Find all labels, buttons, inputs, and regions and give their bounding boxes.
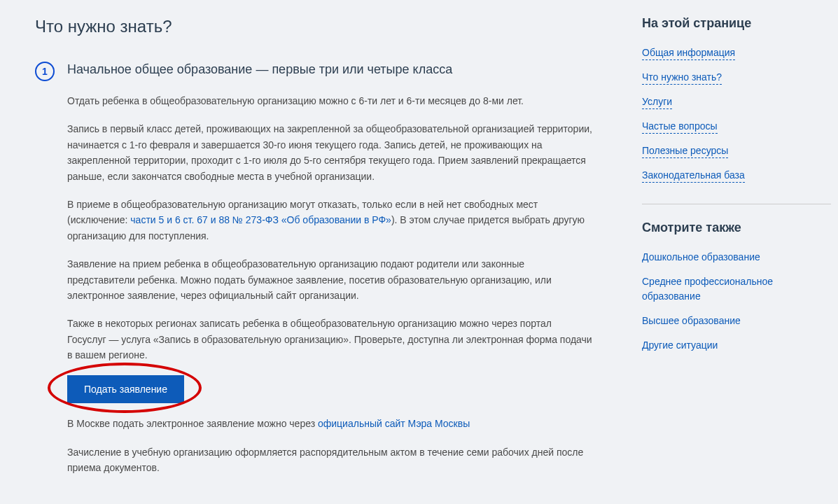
text: В Москве подать электронное заявление мо… (67, 418, 318, 429)
paragraph: Запись в первый класс детей, проживающих… (67, 121, 593, 184)
main-content: Что нужно знать? 1 Начальное общее образ… (0, 14, 628, 503)
paragraph: Зачисление в учебную организацию оформля… (67, 444, 593, 476)
see-also-professional[interactable]: Среднее профессиональное образование (642, 276, 773, 302)
paragraph: Отдать ребенка в общеобразовательную орг… (67, 93, 593, 108)
on-this-page-section: На этой странице Общая информация Что ну… (642, 14, 831, 183)
on-this-page-title: На этой странице (642, 14, 831, 33)
anchor-link-services[interactable]: Услуги (642, 96, 672, 109)
see-also-list: Дошкольное образование Среднее профессио… (642, 250, 831, 353)
anchor-link-resources[interactable]: Полезные ресурсы (642, 145, 728, 158)
see-also-other[interactable]: Другие ситуации (642, 340, 718, 351)
sidebar: На этой странице Общая информация Что ну… (628, 14, 838, 503)
section-content: Начальное общее образование — первые три… (67, 60, 593, 489)
paragraph: В приеме в общеобразовательную организац… (67, 197, 593, 244)
see-also-preschool[interactable]: Дошкольное образование (642, 251, 760, 262)
see-also-higher[interactable]: Высшее образование (642, 315, 741, 326)
paragraph: В Москве подать электронное заявление мо… (67, 416, 593, 431)
anchor-link-legislation[interactable]: Законодательная база (642, 169, 745, 183)
section-heading: Начальное общее образование — первые три… (67, 60, 593, 79)
button-wrapper: Подать заявление (67, 375, 184, 403)
anchor-link-what-to-know[interactable]: Что нужно знать? (642, 71, 722, 85)
on-this-page-list: Общая информация Что нужно знать? Услуги… (642, 46, 831, 183)
paragraph: Также в некоторых регионах записать ребе… (67, 316, 593, 363)
anchor-link-general-info[interactable]: Общая информация (642, 47, 735, 60)
anchor-link-faq[interactable]: Частые вопросы (642, 120, 718, 134)
moscow-mayor-link[interactable]: официальный сайт Мэра Москвы (318, 418, 470, 429)
submit-application-button[interactable]: Подать заявление (67, 375, 184, 403)
page-title: Что нужно знать? (35, 14, 593, 39)
sidebar-divider (642, 204, 831, 204)
section-number-badge: 1 (35, 62, 55, 81)
see-also-title: Смотрите также (642, 218, 831, 237)
paragraph: Заявление на прием ребенка в общеобразов… (67, 256, 593, 303)
law-link[interactable]: части 5 и 6 ст. 67 и 88 № 273-ФЗ «Об обр… (130, 214, 391, 225)
see-also-section: Смотрите также Дошкольное образование Ср… (642, 218, 831, 353)
section-1: 1 Начальное общее образование — первые т… (35, 60, 593, 489)
